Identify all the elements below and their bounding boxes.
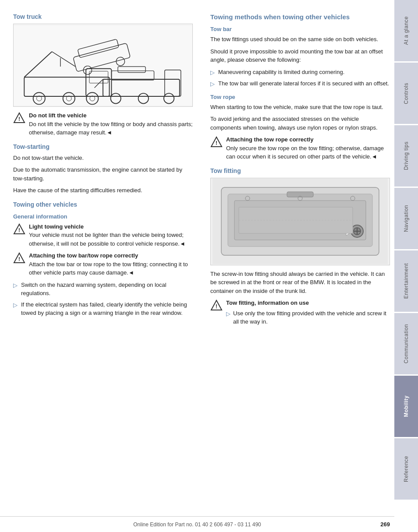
- warning-light-towing: ! Light towing vehicle Your vehicle must…: [13, 222, 193, 248]
- sidebar-label-navigation: Navigation: [403, 201, 409, 236]
- towing-methods-title: Towing methods when towing other vehicle…: [210, 13, 390, 21]
- warning-tow-rope: ! Attaching the tow rope correctly Only …: [210, 135, 390, 161]
- svg-text:!: !: [18, 116, 20, 122]
- sidebar-label-controls: Controls: [403, 79, 409, 108]
- tow-fitting-image: [210, 178, 390, 265]
- sidebar-item-entertainment[interactable]: Entertainment: [394, 250, 418, 312]
- towing-other-title: Towing other vehicles: [13, 201, 193, 208]
- page-number-bar: 269: [377, 516, 394, 532]
- tow-truck-section: Tow truck: [13, 13, 193, 137]
- sidebar-item-at-a-glance[interactable]: At a glance: [394, 0, 418, 61]
- warning-no-lift-text: Do not lift the vehicle Do not lift the …: [29, 111, 193, 137]
- towing-methods-section: Towing methods when towing other vehicle…: [210, 13, 390, 161]
- warning-icon-1: !: [13, 112, 25, 124]
- warning-tow-fitting-text: Tow fitting, information on use ▷ Use on…: [226, 299, 390, 326]
- svg-text:!: !: [18, 256, 20, 262]
- warning-icon-4: !: [210, 136, 223, 148]
- sidebar-item-driving-tips[interactable]: Driving tips: [394, 125, 418, 187]
- tow-starting-p3: Have the cause of the starting difficult…: [13, 186, 193, 195]
- sidebar-item-navigation[interactable]: Navigation: [394, 188, 418, 249]
- warning-attach-towbar-text: Attaching the tow bar/tow rope correctly…: [29, 251, 193, 277]
- warning-tow-rope-text: Attaching the tow rope correctly Only se…: [226, 135, 390, 161]
- tow-bar-arrow-2: ▷: [210, 80, 215, 88]
- tow-truck-title: Tow truck: [13, 13, 193, 20]
- tow-rope-title: Tow rope: [210, 94, 390, 100]
- sidebar-item-communication[interactable]: Communication: [394, 313, 418, 374]
- tow-truck-image: [13, 24, 193, 107]
- sidebar-label-communication: Communication: [403, 321, 409, 367]
- sidebar-label-entertainment: Entertainment: [403, 260, 409, 302]
- warning-icon-3: !: [13, 252, 25, 264]
- sidebar-label-at-a-glance: At a glance: [403, 13, 409, 49]
- general-info-title: General information: [13, 213, 193, 220]
- tow-fitting-bullet-arrow: ▷: [226, 310, 230, 318]
- towing-other-section: Towing other vehicles General informatio…: [13, 201, 193, 317]
- tow-fitting-title: Tow fitting: [210, 167, 390, 174]
- tow-starting-p1: Do not tow-start the vehicle.: [13, 154, 193, 162]
- tow-rope-p2: To avoid jerking and the associated stre…: [210, 115, 390, 132]
- warning-no-lift: ! Do not lift the vehicle Do not lift th…: [13, 111, 193, 137]
- tow-bar-bullets: ▷ Maneuvering capability is limited duri…: [210, 68, 390, 88]
- bullet-item-1: ▷ Switch on the hazard warning system, d…: [13, 281, 193, 298]
- sidebar-label-driving-tips: Driving tips: [403, 138, 409, 173]
- tow-bar-bullet-1: ▷ Maneuvering capability is limited duri…: [210, 68, 390, 77]
- sidebar-label-reference: Reference: [403, 452, 409, 486]
- bullet-arrow-2: ▷: [13, 301, 18, 310]
- svg-text:!: !: [18, 227, 20, 233]
- tow-starting-section: Tow-starting Do not tow-start the vehicl…: [13, 143, 193, 195]
- sidebar-item-mobility[interactable]: Mobility: [394, 376, 418, 437]
- svg-text:!: !: [216, 140, 217, 146]
- svg-text:!: !: [216, 303, 217, 310]
- tow-bar-bullet-2: ▷ The tow bar will generate lateral forc…: [210, 79, 390, 88]
- tow-bar-p1: The tow fittings used should be on the s…: [210, 35, 390, 44]
- tow-starting-p2: Due to the automatic transmission, the e…: [13, 166, 193, 183]
- tow-fitting-p1: The screw-in tow fitting should always b…: [210, 270, 390, 296]
- page-number: 269: [380, 521, 390, 528]
- tow-rope-p1: When starting to tow the vehicle, make s…: [210, 103, 390, 112]
- warning-tow-fitting: ! Tow fitting, information on use ▷ Use …: [210, 299, 390, 326]
- warning-icon-2: !: [13, 223, 25, 236]
- sidebar-item-controls[interactable]: Controls: [394, 63, 418, 124]
- towing-bullets: ▷ Switch on the hazard warning system, d…: [13, 281, 193, 317]
- warning-light-towing-text: Light towing vehicle Your vehicle must n…: [29, 222, 193, 248]
- sidebar: At a glance Controls Driving tips Naviga…: [394, 0, 418, 532]
- tow-bar-arrow-1: ▷: [210, 68, 215, 77]
- bullet-item-2: ▷ If the electrical system has failed, c…: [13, 300, 193, 317]
- bullet-arrow-1: ▷: [13, 281, 18, 290]
- tow-bar-p2: Should it prove impossible to avoid moun…: [210, 47, 390, 64]
- footer: Online Edition for Part no. 01 40 2 606 …: [0, 516, 394, 532]
- sidebar-label-mobility: Mobility: [403, 392, 409, 420]
- footer-text: Online Edition for Part no. 01 40 2 606 …: [133, 521, 261, 528]
- warning-icon-5: !: [210, 299, 223, 312]
- warning-attach-towbar: ! Attaching the tow bar/tow rope correct…: [13, 251, 193, 277]
- tow-starting-title: Tow-starting: [13, 143, 193, 150]
- sidebar-item-reference[interactable]: Reference: [394, 438, 418, 500]
- tow-fitting-section: Tow fitting: [210, 167, 390, 326]
- tow-bar-title: Tow bar: [210, 26, 390, 32]
